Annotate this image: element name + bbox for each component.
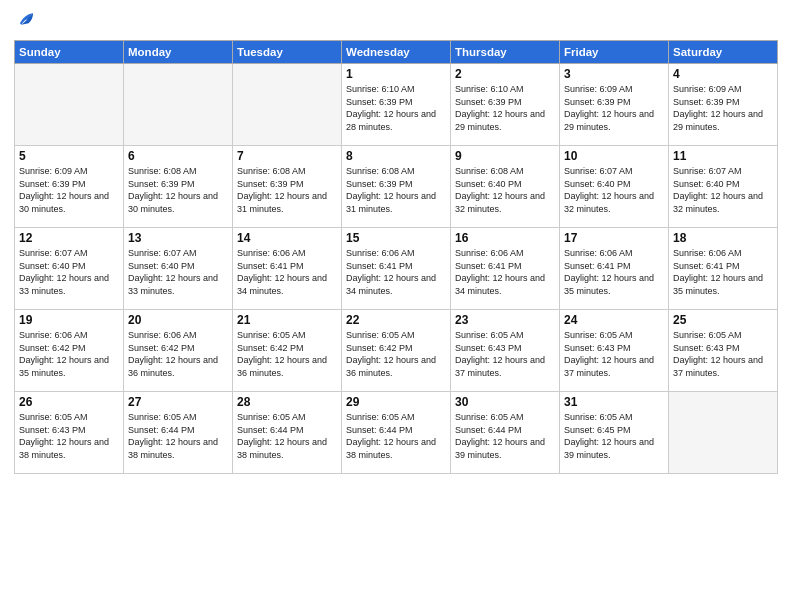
day-info: Sunrise: 6:05 AM Sunset: 6:43 PM Dayligh… (455, 329, 555, 379)
day-cell: 4Sunrise: 6:09 AM Sunset: 6:39 PM Daylig… (669, 64, 778, 146)
day-cell: 28Sunrise: 6:05 AM Sunset: 6:44 PM Dayli… (233, 392, 342, 474)
day-info: Sunrise: 6:07 AM Sunset: 6:40 PM Dayligh… (564, 165, 664, 215)
week-row-4: 19Sunrise: 6:06 AM Sunset: 6:42 PM Dayli… (15, 310, 778, 392)
day-number: 16 (455, 231, 555, 245)
day-cell: 23Sunrise: 6:05 AM Sunset: 6:43 PM Dayli… (451, 310, 560, 392)
calendar: SundayMondayTuesdayWednesdayThursdayFrid… (14, 40, 778, 474)
day-info: Sunrise: 6:06 AM Sunset: 6:42 PM Dayligh… (19, 329, 119, 379)
day-cell: 5Sunrise: 6:09 AM Sunset: 6:39 PM Daylig… (15, 146, 124, 228)
day-cell: 27Sunrise: 6:05 AM Sunset: 6:44 PM Dayli… (124, 392, 233, 474)
day-cell: 21Sunrise: 6:05 AM Sunset: 6:42 PM Dayli… (233, 310, 342, 392)
day-number: 3 (564, 67, 664, 81)
weekday-header-wednesday: Wednesday (342, 41, 451, 64)
day-number: 6 (128, 149, 228, 163)
day-info: Sunrise: 6:08 AM Sunset: 6:39 PM Dayligh… (128, 165, 228, 215)
week-row-3: 12Sunrise: 6:07 AM Sunset: 6:40 PM Dayli… (15, 228, 778, 310)
day-number: 22 (346, 313, 446, 327)
day-cell: 26Sunrise: 6:05 AM Sunset: 6:43 PM Dayli… (15, 392, 124, 474)
day-info: Sunrise: 6:06 AM Sunset: 6:41 PM Dayligh… (673, 247, 773, 297)
day-info: Sunrise: 6:08 AM Sunset: 6:40 PM Dayligh… (455, 165, 555, 215)
day-number: 13 (128, 231, 228, 245)
weekday-header-tuesday: Tuesday (233, 41, 342, 64)
day-info: Sunrise: 6:05 AM Sunset: 6:43 PM Dayligh… (19, 411, 119, 461)
day-info: Sunrise: 6:07 AM Sunset: 6:40 PM Dayligh… (673, 165, 773, 215)
day-number: 4 (673, 67, 773, 81)
day-cell: 19Sunrise: 6:06 AM Sunset: 6:42 PM Dayli… (15, 310, 124, 392)
day-info: Sunrise: 6:06 AM Sunset: 6:41 PM Dayligh… (237, 247, 337, 297)
day-info: Sunrise: 6:06 AM Sunset: 6:41 PM Dayligh… (346, 247, 446, 297)
day-number: 26 (19, 395, 119, 409)
day-cell: 8Sunrise: 6:08 AM Sunset: 6:39 PM Daylig… (342, 146, 451, 228)
day-info: Sunrise: 6:05 AM Sunset: 6:44 PM Dayligh… (128, 411, 228, 461)
day-info: Sunrise: 6:10 AM Sunset: 6:39 PM Dayligh… (455, 83, 555, 133)
day-number: 19 (19, 313, 119, 327)
day-info: Sunrise: 6:08 AM Sunset: 6:39 PM Dayligh… (346, 165, 446, 215)
day-cell: 18Sunrise: 6:06 AM Sunset: 6:41 PM Dayli… (669, 228, 778, 310)
day-number: 24 (564, 313, 664, 327)
day-info: Sunrise: 6:06 AM Sunset: 6:42 PM Dayligh… (128, 329, 228, 379)
day-number: 1 (346, 67, 446, 81)
weekday-header-saturday: Saturday (669, 41, 778, 64)
weekday-header-row: SundayMondayTuesdayWednesdayThursdayFrid… (15, 41, 778, 64)
logo (14, 10, 40, 32)
day-number: 11 (673, 149, 773, 163)
day-cell (669, 392, 778, 474)
day-number: 9 (455, 149, 555, 163)
day-cell: 30Sunrise: 6:05 AM Sunset: 6:44 PM Dayli… (451, 392, 560, 474)
day-info: Sunrise: 6:07 AM Sunset: 6:40 PM Dayligh… (19, 247, 119, 297)
day-cell (15, 64, 124, 146)
day-cell: 12Sunrise: 6:07 AM Sunset: 6:40 PM Dayli… (15, 228, 124, 310)
weekday-header-monday: Monday (124, 41, 233, 64)
day-number: 14 (237, 231, 337, 245)
day-info: Sunrise: 6:10 AM Sunset: 6:39 PM Dayligh… (346, 83, 446, 133)
day-info: Sunrise: 6:09 AM Sunset: 6:39 PM Dayligh… (673, 83, 773, 133)
page: SundayMondayTuesdayWednesdayThursdayFrid… (0, 0, 792, 612)
day-info: Sunrise: 6:05 AM Sunset: 6:42 PM Dayligh… (346, 329, 446, 379)
day-info: Sunrise: 6:06 AM Sunset: 6:41 PM Dayligh… (455, 247, 555, 297)
day-info: Sunrise: 6:05 AM Sunset: 6:44 PM Dayligh… (237, 411, 337, 461)
day-number: 12 (19, 231, 119, 245)
day-number: 23 (455, 313, 555, 327)
day-cell: 20Sunrise: 6:06 AM Sunset: 6:42 PM Dayli… (124, 310, 233, 392)
day-cell: 13Sunrise: 6:07 AM Sunset: 6:40 PM Dayli… (124, 228, 233, 310)
day-info: Sunrise: 6:05 AM Sunset: 6:45 PM Dayligh… (564, 411, 664, 461)
day-cell (233, 64, 342, 146)
day-cell: 16Sunrise: 6:06 AM Sunset: 6:41 PM Dayli… (451, 228, 560, 310)
day-cell: 31Sunrise: 6:05 AM Sunset: 6:45 PM Dayli… (560, 392, 669, 474)
day-info: Sunrise: 6:05 AM Sunset: 6:42 PM Dayligh… (237, 329, 337, 379)
day-number: 30 (455, 395, 555, 409)
day-cell: 24Sunrise: 6:05 AM Sunset: 6:43 PM Dayli… (560, 310, 669, 392)
day-info: Sunrise: 6:09 AM Sunset: 6:39 PM Dayligh… (19, 165, 119, 215)
day-info: Sunrise: 6:07 AM Sunset: 6:40 PM Dayligh… (128, 247, 228, 297)
day-number: 10 (564, 149, 664, 163)
day-info: Sunrise: 6:05 AM Sunset: 6:44 PM Dayligh… (455, 411, 555, 461)
day-info: Sunrise: 6:05 AM Sunset: 6:44 PM Dayligh… (346, 411, 446, 461)
day-cell: 25Sunrise: 6:05 AM Sunset: 6:43 PM Dayli… (669, 310, 778, 392)
day-number: 18 (673, 231, 773, 245)
weekday-header-thursday: Thursday (451, 41, 560, 64)
day-cell: 22Sunrise: 6:05 AM Sunset: 6:42 PM Dayli… (342, 310, 451, 392)
day-number: 15 (346, 231, 446, 245)
week-row-5: 26Sunrise: 6:05 AM Sunset: 6:43 PM Dayli… (15, 392, 778, 474)
day-cell (124, 64, 233, 146)
day-cell: 29Sunrise: 6:05 AM Sunset: 6:44 PM Dayli… (342, 392, 451, 474)
day-cell: 10Sunrise: 6:07 AM Sunset: 6:40 PM Dayli… (560, 146, 669, 228)
day-cell: 6Sunrise: 6:08 AM Sunset: 6:39 PM Daylig… (124, 146, 233, 228)
day-number: 17 (564, 231, 664, 245)
day-number: 20 (128, 313, 228, 327)
day-number: 2 (455, 67, 555, 81)
day-number: 5 (19, 149, 119, 163)
day-number: 7 (237, 149, 337, 163)
day-info: Sunrise: 6:09 AM Sunset: 6:39 PM Dayligh… (564, 83, 664, 133)
day-number: 31 (564, 395, 664, 409)
day-cell: 17Sunrise: 6:06 AM Sunset: 6:41 PM Dayli… (560, 228, 669, 310)
logo-icon (14, 10, 36, 32)
day-number: 27 (128, 395, 228, 409)
day-info: Sunrise: 6:05 AM Sunset: 6:43 PM Dayligh… (673, 329, 773, 379)
day-number: 25 (673, 313, 773, 327)
day-number: 8 (346, 149, 446, 163)
header (14, 10, 778, 32)
week-row-2: 5Sunrise: 6:09 AM Sunset: 6:39 PM Daylig… (15, 146, 778, 228)
weekday-header-sunday: Sunday (15, 41, 124, 64)
day-cell: 2Sunrise: 6:10 AM Sunset: 6:39 PM Daylig… (451, 64, 560, 146)
